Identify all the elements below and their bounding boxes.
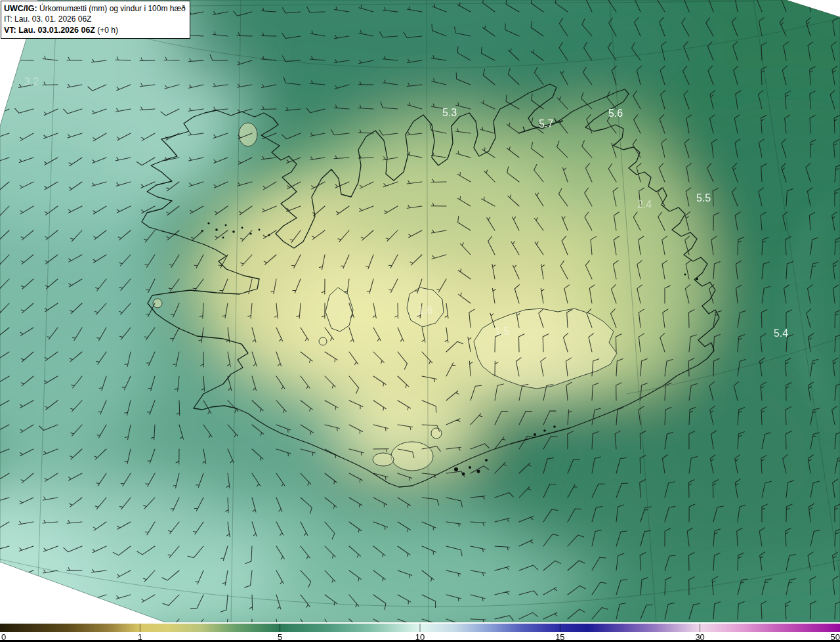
forecast-map: 5.35.75.62.45.55.41.61.53.2 bbox=[0, 0, 840, 622]
model-id: UWC/IG: bbox=[4, 4, 37, 13]
title-line-1: UWC/IG: Úrkomumætti (mm) og vindur i 100… bbox=[4, 3, 186, 14]
valid-time-line: VT: Lau. 03.01.2026 06Z (+0 h) bbox=[4, 25, 186, 36]
title-box: UWC/IG: Úrkomumætti (mm) og vindur i 100… bbox=[1, 1, 190, 39]
variable-description: Úrkomumætti (mm) og vindur i 100m hæð bbox=[37, 4, 186, 13]
field-label-5.7: 5.7 bbox=[539, 118, 553, 129]
weather-map-frame: 5.35.75.62.45.55.41.61.53.2 UWC/IG: Úrko… bbox=[0, 0, 840, 642]
field-label-1.6: 1.6 bbox=[418, 305, 432, 316]
lead-time: (+0 h) bbox=[95, 26, 118, 35]
field-label-5.3: 5.3 bbox=[442, 107, 457, 118]
colorbar-wrap: 01510153050 bbox=[0, 624, 840, 642]
valid-time: VT: Lau. 03.01.2026 06Z bbox=[4, 26, 95, 35]
colorbar bbox=[0, 624, 840, 632]
field-label-5.5: 5.5 bbox=[696, 192, 711, 203]
field-label-1.5: 1.5 bbox=[495, 326, 509, 337]
field-label-2.4: 2.4 bbox=[637, 199, 652, 210]
field-label-5.4: 5.4 bbox=[774, 328, 788, 339]
init-time: IT: Lau. 03. 01. 2026 06Z bbox=[4, 14, 186, 25]
field-label-3.2: 3.2 bbox=[24, 76, 39, 87]
field-label-5.6: 5.6 bbox=[608, 108, 623, 119]
